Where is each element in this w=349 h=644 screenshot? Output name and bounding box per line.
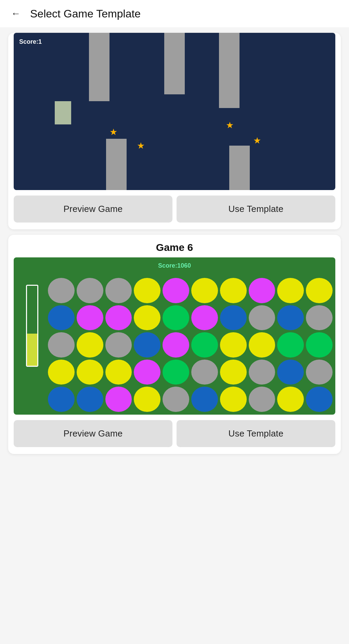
circle-cell [191, 332, 218, 358]
circle-cell [249, 305, 275, 331]
circle-cell [191, 305, 218, 331]
circle-cell [77, 305, 103, 331]
circle-cell [77, 332, 103, 358]
game1-canvas: Score:1 ★ ★ ★ ★ [14, 33, 335, 190]
circle-cell [249, 387, 275, 412]
circle-cell [306, 332, 333, 358]
obstacle [229, 146, 250, 190]
circle-cell [105, 278, 132, 303]
circle-cell [249, 360, 275, 385]
star-icon: ★ [226, 120, 234, 131]
use-template-button-1[interactable]: Use Template [177, 196, 335, 223]
circle-cell [277, 332, 304, 358]
game-card-2: Game 6 Score:1060 Preview Game Use Templ… [8, 235, 341, 454]
circle-cell [277, 387, 304, 412]
circles-grid [48, 278, 333, 412]
card1-btn-row: Preview Game Use Template [8, 196, 341, 229]
circle-cell [220, 360, 247, 385]
circle-cell [191, 387, 218, 412]
circle-cell [48, 387, 75, 412]
circle-cell [220, 278, 247, 303]
circle-cell [163, 305, 189, 331]
circle-cell [134, 360, 160, 385]
obstacle [164, 33, 185, 94]
circle-cell [220, 387, 247, 412]
circle-cell [48, 332, 75, 358]
circle-cell [306, 305, 333, 331]
star-icon: ★ [137, 140, 145, 151]
circle-cell [163, 360, 189, 385]
obstacle [219, 33, 240, 108]
game1-score: Score:1 [19, 38, 42, 45]
circle-cell [48, 360, 75, 385]
star-icon: ★ [109, 127, 117, 137]
card2-btn-row: Preview Game Use Template [8, 420, 341, 454]
circle-cell [163, 387, 189, 412]
circle-cell [134, 305, 160, 331]
game1-preview: Score:1 ★ ★ ★ ★ [14, 33, 335, 190]
circle-cell [105, 332, 132, 358]
circle-cell [105, 360, 132, 385]
circle-cell [105, 387, 132, 412]
game2-score: Score:1060 [158, 262, 191, 269]
circle-cell [277, 305, 304, 331]
obstacle [106, 139, 127, 190]
circle-cell [134, 387, 160, 412]
game-card-1: Score:1 ★ ★ ★ ★ Preview Game Use Templat… [8, 33, 341, 229]
game2-preview: Score:1060 [14, 257, 335, 415]
obstacle [89, 33, 109, 101]
back-button[interactable]: ← [8, 7, 23, 21]
circle-cell [277, 278, 304, 303]
circle-cell [220, 305, 247, 331]
preview-game-button-2[interactable]: Preview Game [14, 420, 172, 447]
circle-cell [77, 278, 103, 303]
game2-canvas: Score:1060 [14, 257, 335, 415]
circle-cell [77, 360, 103, 385]
circle-cell [163, 278, 189, 303]
star-icon: ★ [253, 135, 261, 146]
circle-cell [249, 278, 275, 303]
header: ← Select Game Template [0, 0, 349, 27]
paddle [26, 285, 38, 367]
circle-cell [134, 278, 160, 303]
circle-cell [277, 360, 304, 385]
circle-cell [191, 360, 218, 385]
circle-cell [105, 305, 132, 331]
circle-cell [306, 278, 333, 303]
circle-cell [163, 332, 189, 358]
paddle-fill [27, 334, 37, 366]
circle-cell [306, 387, 333, 412]
preview-game-button-1[interactable]: Preview Game [14, 196, 172, 223]
game6-title: Game 6 [8, 235, 341, 257]
circle-cell [306, 360, 333, 385]
page-title: Select Game Template [30, 8, 141, 20]
player [55, 101, 71, 124]
circle-cell [249, 332, 275, 358]
circle-cell [48, 278, 75, 303]
circle-cell [220, 332, 247, 358]
circle-cell [134, 332, 160, 358]
circle-cell [77, 387, 103, 412]
use-template-button-2[interactable]: Use Template [177, 420, 335, 447]
circle-cell [48, 305, 75, 331]
circle-cell [191, 278, 218, 303]
